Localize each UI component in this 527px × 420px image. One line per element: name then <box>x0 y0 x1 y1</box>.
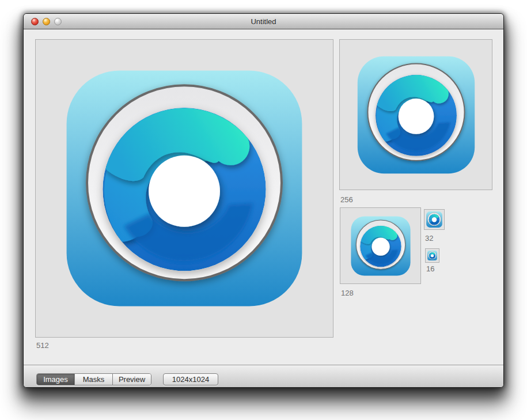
app-window: Untitled 512 256 128 32 16 Images Masks … <box>23 13 504 388</box>
app-icon-512 <box>66 70 303 307</box>
preview-pane-256[interactable] <box>339 39 492 190</box>
size-label-16: 16 <box>426 264 434 273</box>
tab-masks[interactable]: Masks <box>75 374 113 385</box>
preview-pane-128[interactable] <box>340 207 421 284</box>
preview-pane-512[interactable] <box>35 39 333 338</box>
app-icon-256 <box>357 56 475 174</box>
app-icon-16 <box>427 251 437 260</box>
size-label-512: 512 <box>36 341 49 350</box>
tab-images[interactable]: Images <box>37 374 75 385</box>
tab-preview[interactable]: Preview <box>113 374 151 385</box>
window-titlebar: Untitled <box>24 14 503 29</box>
window-title: Untitled <box>24 14 503 29</box>
canvas-size-button[interactable]: 1024x1024 <box>163 373 218 385</box>
size-label-128: 128 <box>341 289 354 297</box>
app-icon-128 <box>351 216 411 276</box>
app-icon-32 <box>426 211 442 228</box>
preview-pane-16[interactable] <box>425 248 439 263</box>
content-area: 512 256 128 32 16 <box>24 29 503 365</box>
size-label-32: 32 <box>425 234 433 243</box>
preview-pane-32[interactable] <box>424 209 445 230</box>
view-mode-segmented-control: Images Masks Preview <box>36 373 151 385</box>
bottom-toolbar: Images Masks Preview 1024x1024 <box>24 365 503 388</box>
size-label-256: 256 <box>340 195 353 204</box>
